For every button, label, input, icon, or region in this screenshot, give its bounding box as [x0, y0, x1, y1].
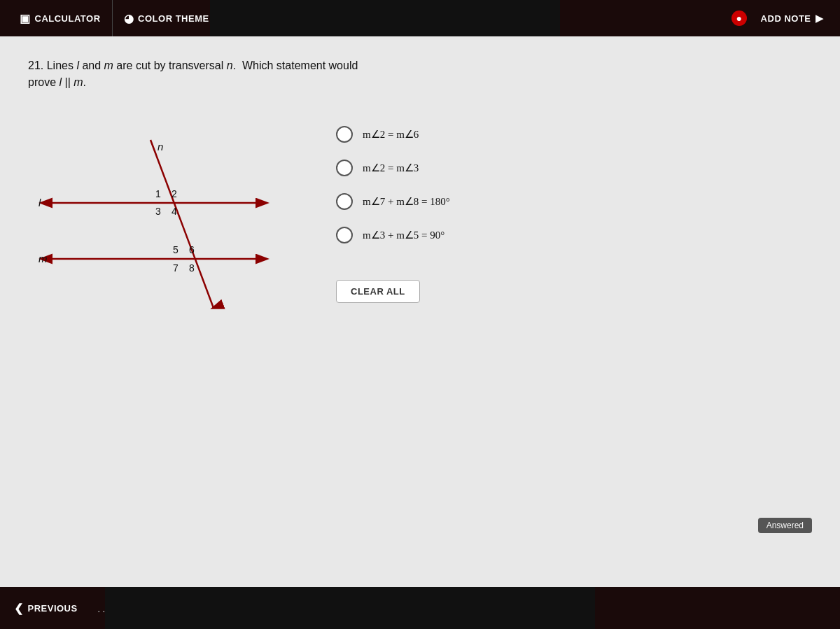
diagram-container: 1 2 3 4 5 6 7 8 n l m	[28, 112, 294, 322]
toolbar: ▣ CALCULATOR ◕ COLOR THEME 🔍 🔎 100% ● AD…	[0, 0, 840, 36]
question-number: 21. Lines	[28, 59, 76, 71]
q-period: .	[83, 76, 86, 88]
previous-button[interactable]: ❮ PREVIOUS	[14, 602, 78, 615]
calculator-button[interactable]: ▣ CALCULATOR	[8, 0, 113, 36]
angle7-label: 7	[173, 262, 178, 274]
add-note-arrow-icon: ▶	[816, 13, 824, 24]
color-theme-label: COLOR THEME	[138, 13, 209, 24]
n-diagram-label: n	[158, 141, 163, 153]
m-variable: m	[104, 59, 113, 71]
q-parallel: ||	[62, 76, 74, 88]
clear-all-button[interactable]: CLEAR ALL	[336, 280, 420, 303]
angle2-label: 2	[172, 188, 177, 199]
radio-c[interactable]	[336, 193, 353, 210]
clear-all-label: CLEAR ALL	[351, 286, 405, 297]
bottom-bar: ❮ PREVIOUS ...	[0, 587, 840, 629]
angle4-label: 4	[172, 206, 177, 217]
question-layout: 1 2 3 4 5 6 7 8 n l m	[28, 112, 812, 322]
add-note-label: ADD NOTE	[761, 13, 811, 24]
palette-icon: ◕	[124, 12, 134, 25]
toolbar-right: ● ADD NOTE ▶	[732, 8, 832, 28]
angle3-label: 3	[155, 206, 161, 217]
prev-arrow-icon: ❮	[14, 602, 24, 615]
answer-option-a[interactable]: m∠2 = m∠6	[336, 126, 450, 143]
geometry-diagram: 1 2 3 4 5 6 7 8 n l m	[28, 112, 294, 322]
add-note-indicator: ●	[732, 10, 747, 26]
answer-option-c[interactable]: m∠7 + m∠8 = 180°	[336, 193, 450, 210]
svg-line-2	[150, 140, 214, 308]
q-cut: are cut by transversal	[113, 59, 227, 71]
angle8-label: 8	[189, 262, 195, 274]
answer-label-b: m∠2 = m∠3	[363, 162, 419, 174]
answer-label-c: m∠7 + m∠8 = 180°	[363, 195, 450, 208]
answered-badge: Answered	[758, 518, 812, 533]
answered-area: Answered	[758, 518, 812, 531]
answer-choices: m∠2 = m∠6 m∠2 = m∠3 m∠7 + m∠8 = 180° m∠3…	[336, 126, 450, 243]
radio-b[interactable]	[336, 160, 353, 176]
main-content: 21. Lines l and m are cut by transversal…	[0, 36, 840, 587]
answer-option-b[interactable]: m∠2 = m∠3	[336, 160, 450, 176]
l-diagram-label: l	[38, 197, 41, 209]
calculator-label: CALCULATOR	[35, 13, 101, 24]
add-note-button[interactable]: ADD NOTE ▶	[752, 8, 832, 28]
angle5-label: 5	[173, 244, 178, 255]
angle1-label: 1	[155, 188, 161, 199]
question-text: 21. Lines l and m are cut by transversal…	[28, 57, 812, 91]
answer-label-d: m∠3 + m∠5 = 90°	[363, 229, 444, 241]
answer-label-a: m∠2 = m∠6	[363, 128, 419, 141]
m-diagram-label: m	[38, 253, 48, 264]
radio-d[interactable]	[336, 227, 353, 243]
angle6-label: 6	[189, 244, 195, 255]
q-and: and	[79, 59, 104, 71]
previous-label: PREVIOUS	[28, 603, 78, 614]
radio-a[interactable]	[336, 126, 353, 143]
q-m2: m	[74, 76, 83, 88]
calculator-icon: ▣	[20, 12, 31, 25]
n-variable: n	[227, 59, 233, 71]
color-theme-button[interactable]: ◕ COLOR THEME	[113, 0, 221, 36]
answer-option-d[interactable]: m∠3 + m∠5 = 90°	[336, 227, 450, 243]
